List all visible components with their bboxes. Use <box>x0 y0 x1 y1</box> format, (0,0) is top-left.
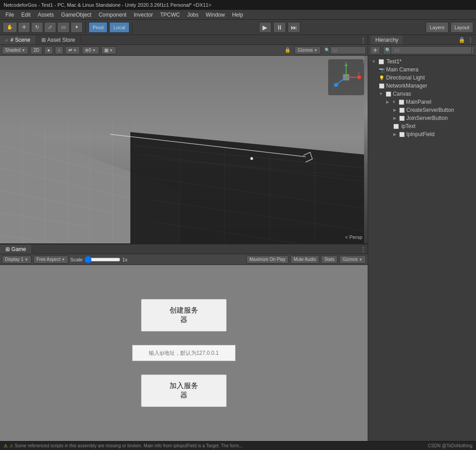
status-warning-icon: ⚠ <box>4 443 8 448</box>
scale-slider[interactable] <box>85 257 120 262</box>
scene-tab-options-icon[interactable]: ⋮ <box>360 37 366 43</box>
scene-expand-arrow: ▼ <box>372 59 376 64</box>
display-btn[interactable]: Display 1 ▼ <box>2 256 31 264</box>
title-text: NetcodeforGos - Test1 - PC, Mac & Linux … <box>4 2 211 8</box>
maximize-on-play-btn[interactable]: Maximize On Play <box>246 256 289 264</box>
toolbar-sep-2 <box>132 22 133 33</box>
menu-window[interactable]: Window <box>202 11 229 19</box>
hierarchy-scene-root[interactable]: ▼ ⬜ Test1* <box>368 57 476 66</box>
layout-btn[interactable]: Layout <box>450 22 473 33</box>
hierarchy-tab-bar: Hierarchy 🔒 ⋮ <box>368 35 476 45</box>
shading-mode-btn[interactable]: Shaded ▼ <box>2 46 28 54</box>
aspect-btn[interactable]: Free Aspect ▼ <box>33 256 68 264</box>
menu-bar: File Edit Assets GameObject Component In… <box>0 10 476 20</box>
hierarchy-search-icon: 🔍 <box>385 48 391 53</box>
layer-filter-btn[interactable]: ⊕0 ▼ <box>82 46 99 54</box>
csb-expand-arrow: ▶ <box>393 108 396 112</box>
stats-btn[interactable]: Stats <box>321 256 338 264</box>
menu-assets[interactable]: Assets <box>34 11 58 19</box>
hierarchy-item-join-server-button[interactable]: ▶ ⬜ JoinServerButton <box>368 114 476 122</box>
hierarchy-search-input[interactable] <box>391 46 472 54</box>
scene-3d-view <box>0 56 368 243</box>
scene-tab-bar: # # Scene ⊞ Asset Store ⋮ <box>0 35 368 45</box>
menu-gameobject[interactable]: GameObject <box>58 11 95 19</box>
scene-lock-icon[interactable]: 🔒 <box>285 47 291 53</box>
hierarchy-item-directional-light[interactable]: 💡 Directional Light <box>368 74 476 82</box>
toolbar-sep-1 <box>85 22 86 33</box>
mainpanel-expand-arrow: ▶ <box>386 100 389 104</box>
rect-tool-btn[interactable]: ▭ <box>57 22 70 33</box>
hierarchy-item-main-camera[interactable]: 📷 Main Camera <box>368 66 476 74</box>
scene-options-btn[interactable]: ⋮ <box>360 57 367 64</box>
hierarchy-lock-icon[interactable]: 🔒 <box>458 37 465 43</box>
hierarchy-tab-icons: 🔒 ⋮ <box>458 37 473 43</box>
menu-tpcwc[interactable]: TPCWC <box>156 11 183 19</box>
2d-toggle-btn[interactable]: 2D <box>30 46 42 54</box>
scene-viewport[interactable]: X Y Z < Persp ⋮ <box>0 56 368 243</box>
menu-component[interactable]: Component <box>95 11 130 19</box>
join-server-button[interactable]: 加入服务器 <box>141 375 227 407</box>
hierarchy-item-canvas[interactable]: ▼ ⬜ Canvas <box>368 90 476 98</box>
left-panel: # # Scene ⊞ Asset Store ⋮ Shaded ▼ 2D ● … <box>0 35 368 441</box>
scene-search-input[interactable] <box>330 46 366 54</box>
hand-tool-btn[interactable]: ✋ <box>3 22 17 33</box>
game-toolbar: Display 1 ▼ Free Aspect ▼ Scale 1x Maxim… <box>0 254 368 265</box>
status-right-text: CSDN @ToDoNothing <box>428 443 472 448</box>
hierarchy-item-ip-input-field[interactable]: ▶ ⬜ IpInputField <box>368 130 476 138</box>
tab-asset-store[interactable]: ⊞ Asset Store <box>36 35 81 44</box>
hierarchy-panel: Hierarchy 🔒 ⋮ + 🔍 ▼ ⬜ Test1* 📷 Mai <box>368 35 476 441</box>
hierarchy-item-network-manager[interactable]: ⬜ NetworkManager <box>368 82 476 90</box>
local-btn[interactable]: Local <box>109 22 129 33</box>
grid-btn[interactable]: ▦ ▼ <box>101 46 116 54</box>
game-ui-container: 创建服务器 加入服务器 <box>132 299 236 407</box>
tab-game[interactable]: ⊞ Game <box>0 245 32 254</box>
status-left-text: ⚠ Some referenced scripts in this assemb… <box>9 443 243 448</box>
hierarchy-add-button[interactable]: + <box>370 46 380 54</box>
hierarchy-options-icon[interactable]: ⋮ <box>468 37 473 43</box>
pivot-btn[interactable]: Pivot <box>89 22 107 33</box>
scene-toolbar: Shaded ▼ 2D ● ♪ ⇄ ▼ ⊕0 ▼ ▦ ▼ 🔒 Gizmos ▼ … <box>0 45 368 56</box>
menu-file[interactable]: File <box>2 11 18 19</box>
fx-btn[interactable]: ⇄ ▼ <box>65 46 80 54</box>
hierarchy-content: ▼ ⬜ Test1* 📷 Main Camera 💡 Directional L… <box>368 56 476 441</box>
gizmos-btn[interactable]: Gizmos ▼ <box>294 46 321 54</box>
mute-audio-btn[interactable]: Mute Audio <box>290 256 319 264</box>
status-bar: ⚠ ⚠ Some referenced scripts in this asse… <box>0 441 476 450</box>
audio-btn[interactable]: ♪ <box>55 46 63 54</box>
rotate-tool-btn[interactable]: ↻ <box>31 22 43 33</box>
game-viewport: 创建服务器 加入服务器 <box>0 265 368 441</box>
game-tab-options-icon[interactable]: ⋮ <box>360 246 366 252</box>
play-button[interactable]: ▶ <box>259 22 271 33</box>
network-icon: ⬜ <box>379 84 384 88</box>
svg-text:X: X <box>357 71 360 76</box>
move-tool-btn[interactable]: ✛ <box>18 22 30 33</box>
menu-edit[interactable]: Edit <box>18 11 34 19</box>
menu-help[interactable]: Help <box>228 11 247 19</box>
scene-panel: # # Scene ⊞ Asset Store ⋮ Shaded ▼ 2D ● … <box>0 35 368 243</box>
layers-btn[interactable]: Layers <box>426 22 449 33</box>
svg-text:Y: Y <box>345 62 347 66</box>
create-server-button[interactable]: 创建服务器 <box>141 299 227 331</box>
menu-jobs[interactable]: Jobs <box>183 11 202 19</box>
hierarchy-item-main-panel[interactable]: ▶ ▼ ⬜ MainPanel <box>368 98 476 106</box>
scale-tool-btn[interactable]: ⤢ <box>44 22 56 33</box>
transform-tool-btn[interactable]: ✦ <box>71 22 83 33</box>
pause-button[interactable]: ⏸ <box>273 22 286 33</box>
step-button[interactable]: ⏭ <box>288 22 300 33</box>
tab-scene[interactable]: # # Scene <box>0 35 36 44</box>
hierarchy-item-create-server-button[interactable]: ▶ ⬜ CreateServerButton <box>368 106 476 114</box>
light-icon: 💡 <box>379 75 384 80</box>
hierarchy-item-ip-text[interactable]: ⬜ ipText <box>368 122 476 130</box>
ip-input-field[interactable] <box>132 345 236 361</box>
canvas-expand-arrow: ▼ <box>379 92 383 96</box>
tab-hierarchy[interactable]: Hierarchy <box>371 35 403 44</box>
title-bar: NetcodeforGos - Test1 - PC, Mac & Linux … <box>0 0 476 10</box>
main-area: # # Scene ⊞ Asset Store ⋮ Shaded ▼ 2D ● … <box>0 35 476 441</box>
scene-gizmo[interactable]: X Y Z <box>328 59 364 95</box>
toolbar-play-controls: ▶ ⏸ ⏭ <box>135 22 424 33</box>
csb-icon: ⬜ <box>399 108 405 113</box>
menu-invector[interactable]: Invector <box>130 11 156 19</box>
lighting-btn[interactable]: ● <box>44 46 53 54</box>
svg-point-25 <box>250 157 253 160</box>
game-gizmos-btn[interactable]: Gizmos ▼ <box>339 256 366 264</box>
